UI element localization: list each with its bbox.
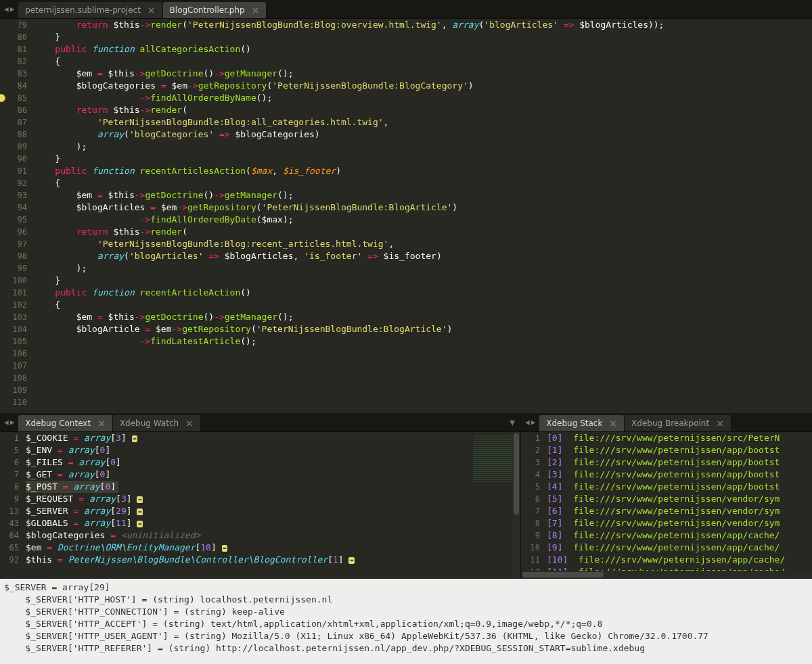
scrollbar-thumb[interactable] (522, 572, 604, 577)
stack-row[interactable]: [4] file:///srv/www/peternijssen/app/boo… (547, 481, 812, 493)
output-console[interactable]: $_SERVER = array[29] $_SERVER['HTTP_HOST… (0, 579, 812, 664)
context-row[interactable]: $_FILES = array[0] (26, 456, 520, 469)
stack-row[interactable]: [11] file:///srv/www/peternijssen/app/ca… (547, 566, 812, 571)
stack-row[interactable]: [8] file:///srv/www/peternijssen/app/cac… (547, 529, 812, 542)
stack-content[interactable]: [0] file:///srv/www/peternijssen/src/Pet… (547, 432, 812, 571)
context-row[interactable]: $_REQUEST = array[3] ▬ (26, 493, 520, 505)
line-gutter: 123456789101112 (521, 432, 547, 571)
context-row[interactable]: $em = Doctrine\ORM\EntityManager[10] ▬ (26, 542, 520, 554)
close-icon[interactable]: × (148, 5, 156, 15)
stack-row[interactable]: [2] file:///srv/www/peternijssen/app/boo… (547, 456, 812, 469)
nav-back-icon[interactable]: ◀ (4, 5, 9, 14)
file-tab[interactable]: BlogController.php× (163, 2, 267, 18)
expand-pill-icon[interactable]: ▬ (132, 435, 138, 442)
bottom-panels: ◀ ▶ Xdebug Context×Xdebug Watch× ▼ 15678… (0, 413, 812, 579)
tab-label: Xdebug Watch (120, 419, 179, 428)
close-icon[interactable]: × (185, 419, 194, 428)
tab-label: Xdebug Stack (546, 419, 602, 428)
context-row[interactable]: $_GET = array[0] (26, 469, 520, 481)
tab-label: BlogController.php (170, 5, 245, 15)
top-tabbar: ◀ ▶ peternijssen.sublime-project×BlogCon… (0, 0, 812, 19)
vertical-scrollbar[interactable] (512, 432, 520, 579)
expand-pill-icon[interactable]: ▬ (137, 508, 143, 515)
stack-row[interactable]: [3] file:///srv/www/peternijssen/app/boo… (547, 469, 812, 481)
expand-pill-icon[interactable]: ▬ (348, 557, 355, 564)
nav-forward-icon[interactable]: ▶ (10, 418, 15, 427)
file-tab[interactable]: peternijssen.sublime-project× (18, 2, 162, 18)
stack-row[interactable]: [9] file:///srv/www/peternijssen/app/cac… (547, 542, 812, 554)
main-editor[interactable]: 7980818283848586878889909192939495969798… (0, 19, 812, 413)
line-gutter: 7980818283848586878889909192939495969798… (0, 19, 34, 413)
stack-view[interactable]: 123456789101112 [0] file:///srv/www/pete… (521, 432, 812, 571)
tab-label: Xdebug Context (25, 419, 91, 428)
xdebug-context-panel: ◀ ▶ Xdebug Context×Xdebug Watch× ▼ 15678… (0, 413, 521, 579)
stack-row[interactable]: [5] file:///srv/www/peternijssen/vendor/… (547, 493, 812, 505)
right-tabbar: ◀ ▶ Xdebug Stack×Xdebug Breakpoint× (521, 413, 812, 432)
pane-menu-icon[interactable]: ▼ (510, 417, 515, 427)
horizontal-scrollbar[interactable] (521, 571, 812, 579)
expand-pill-icon[interactable]: ▬ (222, 545, 228, 552)
xdebug-tab[interactable]: Xdebug Stack× (539, 415, 625, 431)
breakpoint-marker-icon[interactable] (0, 94, 5, 102)
close-icon[interactable]: × (609, 419, 617, 428)
xdebug-tab[interactable]: Xdebug Watch× (113, 415, 201, 431)
close-icon[interactable]: × (716, 419, 724, 428)
xdebug-tab[interactable]: Xdebug Breakpoint× (625, 415, 731, 431)
tab-nav: ◀ ▶ (0, 0, 18, 18)
context-row[interactable]: $_ENV = array[0] (26, 444, 520, 456)
context-content[interactable]: $_COOKIE = array[3] ▬$_ENV = array[0]$_F… (26, 432, 520, 579)
tab-label: Xdebug Breakpoint (631, 419, 709, 428)
stack-row[interactable]: [10] file:///srv/www/peternijssen/app/ca… (547, 554, 812, 566)
context-row[interactable]: $this = PeterNijssen\BlogBundle\Controll… (26, 554, 520, 566)
context-row[interactable]: $_COOKIE = array[3] ▬ (26, 432, 520, 444)
stack-row[interactable]: [1] file:///srv/www/peternijssen/app/boo… (547, 444, 812, 456)
context-row[interactable]: $blogCategories = <uninitialized> (26, 529, 520, 542)
nav-forward-icon[interactable]: ▶ (531, 418, 536, 427)
context-view[interactable]: 1567891343646592 $_COOKIE = array[3] ▬$_… (0, 432, 520, 579)
stack-row[interactable]: [0] file:///srv/www/peternijssen/src/Pet… (547, 432, 812, 444)
scrollbar-thumb[interactable] (514, 433, 519, 515)
line-gutter: 1567891343646592 (0, 432, 26, 579)
nav-back-icon[interactable]: ◀ (4, 418, 9, 427)
nav-forward-icon[interactable]: ▶ (10, 5, 15, 14)
expand-pill-icon[interactable]: ▬ (137, 521, 143, 527)
close-icon[interactable]: × (252, 5, 260, 15)
stack-row[interactable]: [6] file:///srv/www/peternijssen/vendor/… (547, 505, 812, 517)
xdebug-tab[interactable]: Xdebug Context× (18, 415, 113, 431)
tab-nav: ◀ ▶ (521, 413, 539, 431)
xdebug-stack-panel: ◀ ▶ Xdebug Stack×Xdebug Breakpoint× 1234… (521, 413, 812, 579)
minimap[interactable] (473, 435, 514, 482)
nav-back-icon[interactable]: ◀ (525, 418, 530, 427)
close-icon[interactable]: × (97, 419, 106, 428)
context-row[interactable]: $_POST = array[0] (26, 481, 520, 493)
left-tabbar: ◀ ▶ Xdebug Context×Xdebug Watch× ▼ (0, 413, 520, 432)
stack-row[interactable]: [7] file:///srv/www/peternijssen/vendor/… (547, 517, 812, 529)
context-row[interactable]: $GLOBALS = array[11] ▬ (26, 517, 520, 529)
expand-pill-icon[interactable]: ▬ (137, 496, 143, 503)
tab-label: peternijssen.sublime-project (25, 5, 141, 15)
tab-nav: ◀ ▶ (0, 413, 18, 431)
code-area[interactable]: return $this->render('PeterNijssenBlogBu… (34, 19, 812, 413)
context-row[interactable]: $_SERVER = array[29] ▬ (26, 505, 520, 517)
